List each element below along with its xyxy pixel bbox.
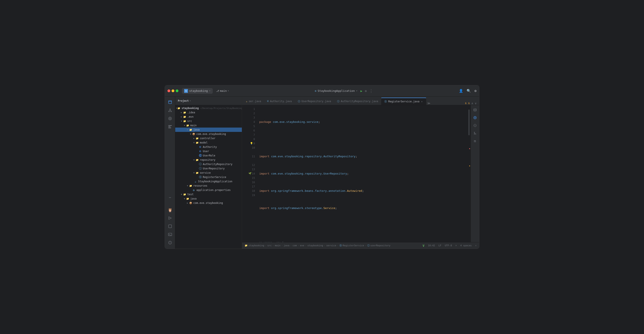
more-actions-button[interactable]: ⋮ (369, 88, 373, 93)
code-panel[interactable]: package com.eve.staybooking.service; imp… (256, 105, 468, 242)
breadcrumb-userrepository-field[interactable]: userRepository (370, 244, 390, 247)
problems-icon[interactable] (166, 239, 174, 246)
error-nav-up[interactable]: ∧ (471, 102, 473, 105)
tree-item-test[interactable]: ▼ 📁 test (175, 192, 242, 196)
svg-point-4 (171, 111, 172, 112)
tab-user-java[interactable]: ☕ ser.java (243, 98, 264, 105)
tab-register-service[interactable]: ⓢ RegisterService.java × (381, 98, 426, 105)
breadcrumb-main[interactable]: main (275, 244, 280, 247)
folder-icon-src: 📁 (183, 120, 186, 123)
breadcrumb-java[interactable]: java (284, 244, 290, 247)
breadcrumb-registerservice[interactable]: RegisterService (343, 244, 364, 247)
file-tree-panel: Project ▾ ▼ 📁 staybooking ~/Desktop/Proj… (175, 96, 242, 249)
tree-item-userrole[interactable]: Ⓔ UserRole (175, 154, 242, 158)
account-icon[interactable]: 👤 (459, 89, 463, 93)
error-nav-down[interactable]: ∨ (475, 102, 476, 105)
status-time[interactable]: 10:42 (428, 244, 435, 247)
breadcrumb-staybooking[interactable]: staybooking (248, 244, 264, 247)
tabs-overflow[interactable]: ≫ (427, 102, 430, 105)
copilot-icon[interactable]: 🦉 (166, 206, 174, 214)
tree-item-main[interactable]: ▼ 📁 main (175, 123, 242, 128)
tree-item-userrepo[interactable]: ⓘ UserRepository (175, 166, 242, 171)
tree-item-authority[interactable]: © Authority (175, 145, 242, 149)
debug-icon[interactable] (166, 222, 174, 230)
settings-icon[interactable]: ⚙ (474, 89, 476, 93)
tree-item-java[interactable]: ▼ 📁 java (175, 128, 242, 132)
breadcrumb-eve[interactable]: eve (300, 244, 304, 247)
sidebar-item-structure[interactable] (166, 123, 174, 130)
tree-item-repository[interactable]: ▼ 📁 repository (175, 158, 242, 162)
tree-item-src[interactable]: ▼ 📁 src (175, 119, 242, 123)
close-button[interactable] (168, 90, 170, 92)
gutter-spring-9[interactable]: 💡 (250, 141, 253, 146)
tree-item-service[interactable]: ▼ 📁 service (175, 171, 242, 175)
tab-authority-repo-java[interactable]: ⓘ AuthorityRepository.java (334, 98, 381, 105)
folder-icon-main: 📁 (186, 124, 190, 127)
warning-count-label: 6 (468, 102, 470, 105)
tree-item-authrepo[interactable]: ⓘ AuthorityRepository (175, 162, 242, 166)
sidebar-item-vcs[interactable] (166, 106, 174, 114)
sidebar-more[interactable]: ⋯ (166, 194, 174, 201)
terminal-icon[interactable] (166, 230, 174, 238)
project-selector[interactable]: s staybooking ▾ (182, 88, 213, 94)
sidebar-icons: ⋯ 🦉 (165, 96, 175, 249)
tab-user-repo-java[interactable]: ⓘ UserRepository.java (295, 98, 334, 105)
tab-icon-authority: © (267, 100, 268, 103)
search-icon[interactable]: 🔍 (466, 89, 471, 93)
tree-item-model[interactable]: ▼ 📁 model (175, 140, 242, 145)
tree-item-appprops[interactable]: ⚙ application.properties (175, 188, 242, 192)
scrollbar-thumb[interactable] (468, 110, 470, 135)
svg-point-22 (474, 117, 476, 118)
tree-label-test: test (187, 193, 194, 196)
tab-authority-java[interactable]: © Authority.java (264, 98, 295, 105)
tab-close-registerservice[interactable]: × (421, 100, 423, 103)
tree-item-test-pkg[interactable]: ▶ 📦 com.eve.staybooking (175, 201, 242, 205)
run-button[interactable]: ▶ (360, 89, 362, 93)
tree-item-idea[interactable]: ▶ 📁 .idea (175, 110, 242, 115)
props-icon: ⚙ (192, 188, 196, 192)
tree-label-idea: .idea (187, 111, 195, 114)
database-icon[interactable] (472, 106, 478, 113)
breadcrumb-src[interactable]: src (267, 244, 272, 247)
branch-section[interactable]: ⎇ main ▾ (216, 89, 229, 92)
tree-item-app[interactable]: ☕ StaybookingApplication (175, 179, 242, 184)
minimize-button[interactable] (172, 90, 174, 92)
maximize-button[interactable] (176, 90, 178, 92)
debug-button[interactable]: ⚙ (365, 89, 366, 93)
folder-icon-test-java: 📁 (186, 197, 190, 200)
status-indent[interactable]: 4 spaces (460, 244, 472, 247)
line-num-9-row: 💡 9 (242, 141, 255, 146)
tree-item-pkg[interactable]: ▼ 📦 com.eve.staybooking (175, 132, 242, 136)
breadcrumb-service[interactable]: service (326, 244, 336, 247)
run-config-section[interactable]: ⚙ StaybookingApplication ▾ ▶ ⚙ ⋮ (315, 88, 373, 93)
gutter-spring-14[interactable]: 🌱 (248, 172, 252, 176)
class-icon-authority: © (198, 145, 202, 149)
tree-item-user[interactable]: © User (175, 149, 242, 154)
ai-assistant-icon[interactable] (472, 114, 478, 121)
tree-label-resources: resources (193, 184, 207, 187)
copilot-sidebar-icon[interactable]: m (472, 138, 478, 144)
git-icon[interactable] (472, 130, 478, 136)
status-line-ending[interactable]: LF (438, 244, 441, 247)
run-icon[interactable] (166, 214, 174, 222)
folder-icon-idea: 📁 (183, 111, 186, 114)
sidebar-item-project[interactable] (166, 98, 174, 106)
scrollbar-area[interactable] (468, 105, 470, 242)
breadcrumb-com[interactable]: com (292, 244, 297, 247)
titlebar-actions: 👤 🔍 ⚙ (459, 89, 476, 93)
breadcrumb-staybooking2[interactable]: staybooking (307, 244, 323, 247)
sidebar-item-source[interactable] (166, 115, 174, 122)
tree-item-resources[interactable]: ▼ 📁 resources (175, 184, 242, 188)
tree-item-mvn[interactable]: ▶ 📁 .mvn (175, 115, 242, 119)
status-encoding[interactable]: UTF-8 (445, 244, 452, 247)
status-upload-icon[interactable]: ⬆ (456, 244, 457, 247)
notifications-icon[interactable] (472, 122, 478, 129)
package-icon: 📦 (192, 132, 196, 136)
tree-item-controller[interactable]: ▶ 📁 controller (175, 136, 242, 140)
tree-item-test-java[interactable]: ▼ 📁 java (175, 196, 242, 201)
file-tree-dropdown[interactable]: ▾ (190, 100, 191, 102)
tree-item-registerservice[interactable]: ⓢ RegisterService (175, 175, 242, 179)
svg-rect-12 (168, 128, 171, 128)
status-end-icon[interactable]: ↑ (475, 244, 476, 247)
tree-item-root[interactable]: ▼ 📁 staybooking ~/Desktop/Projects/StayB… (175, 106, 242, 110)
